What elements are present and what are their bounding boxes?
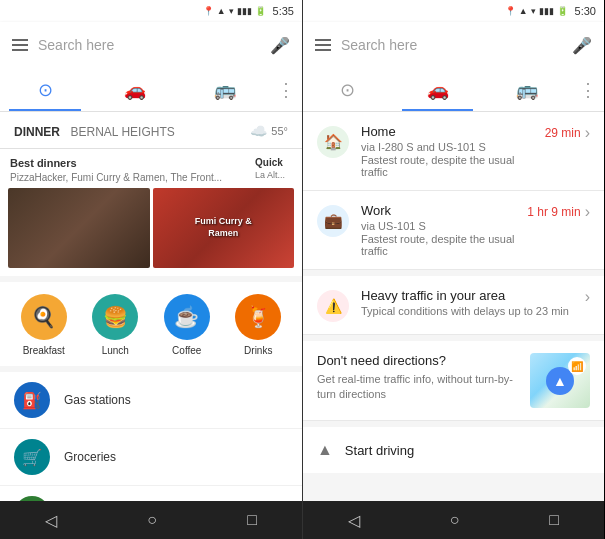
category-lunch[interactable]: 🍔 Lunch bbox=[92, 294, 138, 356]
lunch-label: Lunch bbox=[102, 345, 129, 356]
best-dinners-card[interactable]: Best dinners PizzaHacker, Fumi Curry & R… bbox=[0, 149, 239, 188]
best-dinners-title: Best dinners bbox=[10, 157, 229, 169]
left-panel: 📍 ▲ ▾ ▮▮▮ 🔋 5:35 Search here 🎤 ⊙ 🚗 🚌 ⋮ bbox=[0, 0, 302, 539]
groceries-label: Groceries bbox=[64, 450, 116, 464]
right-recent-btn[interactable]: □ bbox=[533, 505, 575, 535]
right-content: 🏠 Home via I-280 S and US-101 S Fastest … bbox=[303, 112, 604, 501]
start-driving-label: Start driving bbox=[345, 443, 414, 458]
right-network-icon: ▲ bbox=[519, 6, 528, 16]
left-content: DINNER BERNAL HEIGHTS ☁️ 55° Best dinner… bbox=[0, 112, 302, 501]
right-bus-tab-icon: 🚌 bbox=[516, 79, 538, 101]
home-chevron-icon: › bbox=[585, 124, 590, 142]
left-status-icons: 📍 ▲ ▾ ▮▮▮ 🔋 5:35 bbox=[203, 5, 294, 17]
left-home-btn[interactable]: ○ bbox=[131, 505, 173, 535]
quick-card[interactable]: Quick La Alt... bbox=[247, 149, 302, 188]
traffic-chevron-icon: › bbox=[585, 288, 590, 306]
weather-badge: ☁️ 55° bbox=[250, 123, 288, 139]
work-chevron-icon: › bbox=[585, 203, 590, 221]
breakfast-label: Breakfast bbox=[23, 345, 65, 356]
work-time: 1 hr 9 min › bbox=[527, 203, 590, 221]
home-title: Home bbox=[361, 124, 533, 139]
left-location-tab-icon: ⊙ bbox=[38, 79, 53, 101]
dinner-title: DINNER bbox=[14, 125, 60, 139]
right-search-input[interactable]: Search here bbox=[341, 37, 562, 53]
no-dir-title: Don't need directions? bbox=[317, 353, 520, 368]
left-tab-bar: ⊙ 🚗 🚌 ⋮ bbox=[0, 68, 302, 112]
right-car-tab-icon: 🚗 bbox=[427, 79, 449, 101]
right-menu-icon[interactable] bbox=[315, 39, 331, 51]
left-tab-location[interactable]: ⊙ bbox=[0, 68, 90, 111]
location-status-icon: 📍 bbox=[203, 6, 214, 16]
dinner-header: DINNER BERNAL HEIGHTS ☁️ 55° bbox=[0, 112, 302, 149]
home-time: 29 min › bbox=[545, 124, 590, 142]
right-home-btn[interactable]: ○ bbox=[434, 505, 476, 535]
left-search-input[interactable]: Search here bbox=[38, 37, 260, 53]
work-destination-info: Work via US-101 S Fastest route, despite… bbox=[361, 203, 515, 257]
left-tab-transit[interactable]: 🚌 bbox=[180, 68, 270, 111]
left-mic-icon[interactable]: 🎤 bbox=[270, 36, 290, 55]
groceries-icon: 🛒 bbox=[14, 439, 50, 475]
restaurant-images: Fumi Curry & Ramen bbox=[0, 188, 302, 276]
wifi-badge-icon: 📶 bbox=[568, 357, 586, 375]
drinks-label: Drinks bbox=[244, 345, 272, 356]
left-tab-more[interactable]: ⋮ bbox=[270, 79, 302, 101]
right-tab-more[interactable]: ⋮ bbox=[572, 79, 604, 101]
left-back-btn[interactable]: ◁ bbox=[29, 505, 73, 536]
start-driving-item[interactable]: ▲ Start driving bbox=[303, 427, 604, 473]
coffee-label: Coffee bbox=[172, 345, 201, 356]
red-restaurant-img: Fumi Curry & Ramen bbox=[153, 188, 295, 268]
category-drinks[interactable]: 🍹 Drinks bbox=[235, 294, 281, 356]
battery-icon: 🔋 bbox=[255, 6, 266, 16]
work-via: via US-101 S bbox=[361, 220, 515, 232]
home-destination-item[interactable]: 🏠 Home via I-280 S and US-101 S Fastest … bbox=[303, 112, 604, 191]
right-status-bar: 📍 ▲ ▾ ▮▮▮ 🔋 5:30 bbox=[303, 0, 604, 22]
home-destination-icon: 🏠 bbox=[317, 126, 349, 158]
breakfast-icon-circle: 🍳 bbox=[21, 294, 67, 340]
right-status-icons: 📍 ▲ ▾ ▮▮▮ 🔋 5:30 bbox=[505, 5, 596, 17]
left-bottom-nav: ◁ ○ □ bbox=[0, 501, 302, 539]
coffee-icon-circle: ☕ bbox=[164, 294, 210, 340]
restaurant-section: Best dinners PizzaHacker, Fumi Curry & R… bbox=[0, 149, 302, 276]
service-pharmacies[interactable]: 💊 Pharmacies bbox=[0, 486, 302, 501]
right-mic-icon[interactable]: 🎤 bbox=[572, 36, 592, 55]
work-title: Work bbox=[361, 203, 515, 218]
service-groceries[interactable]: 🛒 Groceries bbox=[0, 429, 302, 486]
left-search-bar: Search here 🎤 bbox=[0, 22, 302, 68]
right-tab-transit[interactable]: 🚌 bbox=[482, 68, 572, 111]
work-destination-item[interactable]: 💼 Work via US-101 S Fastest route, despi… bbox=[303, 191, 604, 270]
restaurant-row: Best dinners PizzaHacker, Fumi Curry & R… bbox=[0, 149, 302, 188]
category-breakfast[interactable]: 🍳 Breakfast bbox=[21, 294, 67, 356]
left-tab-drive[interactable]: 🚗 bbox=[90, 68, 180, 111]
right-back-btn[interactable]: ◁ bbox=[332, 505, 376, 536]
service-list: ⛽ Gas stations 🛒 Groceries 💊 Pharmacies … bbox=[0, 372, 302, 501]
left-time: 5:35 bbox=[273, 5, 294, 17]
left-car-tab-icon: 🚗 bbox=[124, 79, 146, 101]
restaurant-image-2[interactable]: Fumi Curry & Ramen bbox=[153, 188, 295, 268]
right-location-tab-icon: ⊙ bbox=[340, 79, 355, 101]
restaurant-image-1[interactable] bbox=[8, 188, 150, 268]
traffic-item[interactable]: ⚠️ Heavy traffic in your area Typical co… bbox=[303, 276, 604, 335]
right-time: 5:30 bbox=[575, 5, 596, 17]
category-coffee[interactable]: ☕ Coffee bbox=[164, 294, 210, 356]
right-battery-icon: 🔋 bbox=[557, 6, 568, 16]
right-tab-location[interactable]: ⊙ bbox=[303, 68, 393, 111]
quick-sub: La Alt... bbox=[255, 170, 294, 180]
left-menu-icon[interactable] bbox=[12, 39, 28, 51]
quick-title: Quick bbox=[255, 157, 294, 168]
temperature: 55° bbox=[271, 125, 288, 137]
map-thumbnail[interactable]: 📶 ▲ bbox=[530, 353, 590, 408]
work-time-value: 1 hr 9 min bbox=[527, 205, 580, 219]
left-recent-btn[interactable]: □ bbox=[231, 505, 273, 535]
category-row: 🍳 Breakfast 🍔 Lunch ☕ Coffee 🍹 Drinks bbox=[0, 282, 302, 366]
right-search-bar: Search here 🎤 bbox=[303, 22, 604, 68]
traffic-title: Heavy traffic in your area bbox=[361, 288, 573, 303]
dinner-location: BERNAL HEIGHTS bbox=[70, 125, 174, 139]
right-bottom-nav: ◁ ○ □ bbox=[303, 501, 604, 539]
right-location-icon: 📍 bbox=[505, 6, 516, 16]
service-gas[interactable]: ⛽ Gas stations bbox=[0, 372, 302, 429]
right-tab-drive[interactable]: 🚗 bbox=[393, 68, 483, 111]
left-bus-tab-icon: 🚌 bbox=[214, 79, 236, 101]
home-note: Fastest route, despite the usual traffic bbox=[361, 154, 533, 178]
gas-label: Gas stations bbox=[64, 393, 131, 407]
work-destination-icon: 💼 bbox=[317, 205, 349, 237]
